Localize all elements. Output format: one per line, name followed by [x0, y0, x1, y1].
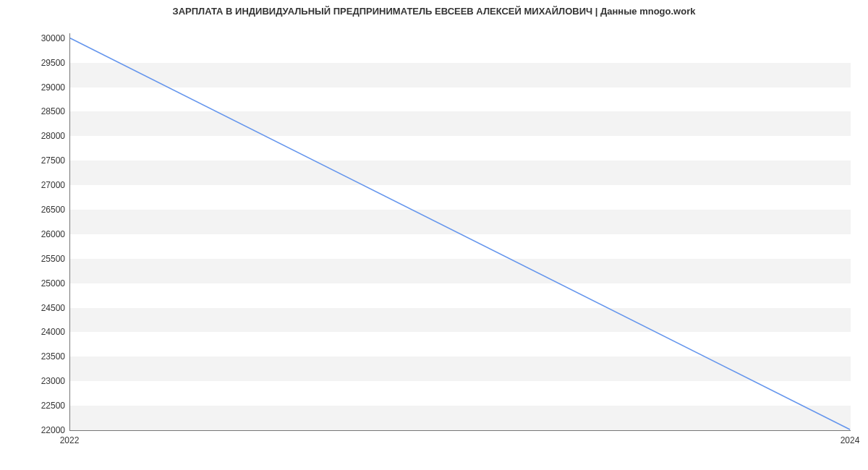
x-tick-label: 2022: [60, 435, 80, 445]
y-tick-label: 24000: [7, 327, 65, 337]
y-tick-label: 29500: [7, 58, 65, 68]
y-tick-label: 27500: [7, 155, 65, 166]
y-tick-label: 23000: [7, 376, 65, 386]
y-tick-label: 22500: [7, 401, 65, 411]
y-tick-label: 28000: [7, 131, 65, 141]
y-tick-label: 26000: [7, 229, 65, 239]
plot-area: [69, 33, 851, 431]
y-tick-label: 25500: [7, 254, 65, 264]
y-tick-label: 29000: [7, 82, 65, 93]
y-tick-label: 27000: [7, 180, 65, 190]
y-tick-label: 30000: [7, 33, 65, 43]
y-tick-label: 24500: [7, 303, 65, 313]
chart-title: ЗАРПЛАТА В ИНДИВИДУАЛЬНЫЙ ПРЕДПРИНИМАТЕЛ…: [0, 6, 868, 17]
x-tick-label: 2024: [841, 435, 860, 445]
data-line: [70, 38, 850, 430]
line-series: [70, 33, 851, 430]
y-tick-label: 23500: [7, 351, 65, 362]
y-tick-label: 26500: [7, 205, 65, 215]
y-tick-label: 25000: [7, 278, 65, 289]
y-tick-label: 28500: [7, 106, 65, 116]
salary-chart: ЗАРПЛАТА В ИНДИВИДУАЛЬНЫЙ ПРЕДПРИНИМАТЕЛ…: [0, 0, 868, 470]
y-tick-label: 22000: [7, 425, 65, 435]
